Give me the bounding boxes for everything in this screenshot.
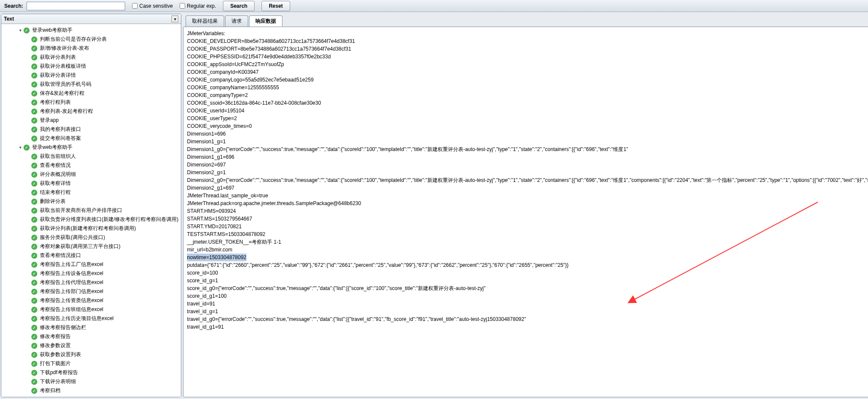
tree-item[interactable]: 考察报告上传班组信息excel bbox=[1, 305, 181, 314]
tree-item-label: 保存&发起考察行程 bbox=[39, 89, 85, 97]
tree-item[interactable]: 修改考察报告侧边栏 bbox=[1, 323, 181, 332]
tree-item[interactable]: ▾登录web考察助手 bbox=[1, 143, 181, 152]
tree-item[interactable]: 获取当前组织人 bbox=[1, 152, 181, 161]
tree-item[interactable]: 下载pdf考察报告 bbox=[1, 368, 181, 377]
tree-item[interactable]: 打包下载图片 bbox=[1, 359, 181, 368]
tree-item[interactable]: 我的考察列表接口 bbox=[1, 125, 181, 134]
tree-item[interactable]: 结束考察行程 bbox=[1, 188, 181, 197]
tree-item[interactable]: 修改参数设置 bbox=[1, 341, 181, 350]
response-line: COOKIE_DEVELOPER=8be5e734886a602713cc1a7… bbox=[187, 37, 868, 45]
tree-header-dropdown[interactable]: ▾ bbox=[171, 15, 178, 22]
response-line: COOKIE_companyId=K003947 bbox=[187, 68, 868, 76]
tree-item-label: 获取管理员的手机号码 bbox=[39, 80, 92, 88]
tree-item[interactable]: 获取参数设置列表 bbox=[1, 350, 181, 359]
tree-spacer bbox=[25, 370, 30, 375]
response-line: Dimension1_g1=696 bbox=[187, 153, 868, 161]
tab-sampler-result[interactable]: 取样器结果 bbox=[186, 15, 224, 27]
tree-item-label: 考察对象获取(调用第三方平台接口) bbox=[39, 242, 121, 251]
response-line: travel_id_g1=91 bbox=[187, 323, 868, 331]
reset-button[interactable]: Reset bbox=[261, 1, 290, 11]
tree-item[interactable]: 新增/修改评分表-发布 bbox=[1, 44, 181, 53]
tree-item[interactable]: 修改考察报告 bbox=[1, 332, 181, 341]
tree-item[interactable]: 获取评分表列表 bbox=[1, 53, 181, 62]
regex-checkbox[interactable] bbox=[180, 3, 185, 9]
response-line: Dimension2_g0={"errorCode":"","success":… bbox=[187, 176, 868, 184]
tree-item-label: 结束考察行程 bbox=[39, 188, 72, 196]
response-content[interactable]: JMeterVariables:COOKIE_DEVELOPER=8be5e73… bbox=[183, 27, 868, 397]
tree-item[interactable]: 判断当前公司是否存在评分表 bbox=[1, 35, 181, 44]
tab-response-data[interactable]: 响应数据 bbox=[249, 15, 282, 27]
tree-item[interactable]: 考察报告上传部门信息excel bbox=[1, 287, 181, 296]
tree-spacer bbox=[25, 208, 30, 213]
search-label: Search: bbox=[4, 3, 23, 9]
tree-item[interactable]: 查看考察情况 bbox=[1, 161, 181, 170]
tree-item-label: 考察行程列表 bbox=[39, 98, 72, 106]
tree-item[interactable]: 考察报告上传工厂信息excel bbox=[1, 260, 181, 269]
main-split: Text ▾ ▾登录web考察助手判断当前公司是否存在评分表新增/修改评分表-发… bbox=[0, 12, 868, 399]
tree-item-label: 获取评分表模板详情 bbox=[39, 62, 87, 70]
tree-item[interactable]: 考察报告上传历史项目信息excel bbox=[1, 314, 181, 323]
tree-item-label: 新增/修改评分表-发布 bbox=[39, 44, 90, 52]
tree-item-label: 获取评分表列表 bbox=[39, 53, 77, 61]
tree-spacer bbox=[25, 46, 30, 51]
response-line: Dimension2_g1=697 bbox=[187, 184, 868, 192]
regex-label: Regular exp. bbox=[187, 3, 216, 9]
tree-spacer bbox=[25, 172, 30, 177]
tree-item[interactable]: 考察对象获取(调用第三方平台接口) bbox=[1, 242, 181, 251]
success-icon bbox=[31, 361, 37, 367]
tree-spacer bbox=[25, 343, 30, 348]
tree-item-label: 打包下载图片 bbox=[39, 360, 72, 368]
success-icon bbox=[31, 298, 37, 304]
tree-item[interactable]: 考察报告详情 bbox=[1, 395, 181, 397]
tree-item[interactable]: 获取考察详情 bbox=[1, 179, 181, 188]
tree-item[interactable]: ▾登录web考察助手 bbox=[1, 26, 181, 35]
response-line: putdata={"671":{"id":"2660","percent":"2… bbox=[187, 261, 868, 269]
tree-item[interactable]: 获取评分表模板详情 bbox=[1, 62, 181, 71]
tree-item[interactable]: 获取评分列表(新建考察行程考察问卷调用) bbox=[1, 224, 181, 233]
tree-item-label: 获取负责评分维度列表接口(新建/修改考察行程考察问卷调用) bbox=[39, 215, 179, 224]
tree-item-label: 获取评分列表(新建考察行程考察问卷调用) bbox=[39, 224, 137, 233]
tree-item[interactable]: 考察行程列表 bbox=[1, 98, 181, 107]
tree-item[interactable]: 获取负责评分维度列表接口(新建/修改考察行程考察问卷调用) bbox=[1, 215, 181, 224]
response-line: Dimension2=697 bbox=[187, 161, 868, 169]
tree-item[interactable]: 获取评分表详情 bbox=[1, 71, 181, 80]
search-input[interactable] bbox=[27, 2, 125, 10]
search-button[interactable]: Search bbox=[223, 1, 255, 11]
tree-item-label: 考察列表-发起考察行程 bbox=[39, 107, 94, 115]
expand-toggle-icon[interactable]: ▾ bbox=[18, 145, 23, 150]
tree-item[interactable]: 服务分类获取(调用公共接口) bbox=[1, 233, 181, 242]
success-icon bbox=[31, 154, 37, 160]
success-icon bbox=[31, 181, 37, 187]
success-icon bbox=[31, 163, 37, 169]
tree-item[interactable]: 查看考察情况接口 bbox=[1, 251, 181, 260]
tree-spacer bbox=[25, 334, 30, 339]
expand-toggle-icon[interactable]: ▾ bbox=[18, 28, 23, 33]
tree-item[interactable]: 评分表概况明细 bbox=[1, 170, 181, 179]
tree-spacer bbox=[25, 379, 30, 384]
success-icon bbox=[31, 82, 37, 88]
tree-item[interactable]: 考察列表-发起考察行程 bbox=[1, 107, 181, 116]
response-line: travel_id=91 bbox=[187, 300, 868, 308]
tree-body[interactable]: ▾登录web考察助手判断当前公司是否存在评分表新增/修改评分表-发布获取评分表列… bbox=[1, 24, 181, 397]
tree-item-label: 考察报告上传班组信息excel bbox=[39, 305, 104, 314]
tree-item[interactable]: 提交考察问卷答案 bbox=[1, 134, 181, 143]
tree-item[interactable]: 考察报告上传资质信息excel bbox=[1, 296, 181, 305]
response-line: START.MS=1503279564667 bbox=[187, 215, 868, 223]
tree-item[interactable]: 考察归档 bbox=[1, 386, 181, 395]
success-icon bbox=[31, 397, 37, 397]
tree-item[interactable]: 考察报告上传代理信息excel bbox=[1, 278, 181, 287]
success-icon bbox=[31, 190, 37, 196]
case-sensitive-checkbox[interactable] bbox=[132, 3, 138, 9]
tree-item[interactable]: 删除评分表 bbox=[1, 197, 181, 206]
tree-item[interactable]: 获取当前开发商所有用户并排序接口 bbox=[1, 206, 181, 215]
tree-item[interactable]: 下载评分表明细 bbox=[1, 377, 181, 386]
tab-request[interactable]: 请求 bbox=[225, 15, 248, 27]
tree-item[interactable]: 登录app bbox=[1, 116, 181, 125]
response-line: mir_url=b2bmir.com bbox=[187, 246, 868, 254]
tree-spacer bbox=[25, 181, 30, 186]
success-icon bbox=[31, 388, 37, 394]
case-sensitive-label: Case sensitive bbox=[139, 3, 173, 9]
tree-item[interactable]: 考察报告上传设备信息excel bbox=[1, 269, 181, 278]
tree-item[interactable]: 获取管理员的手机号码 bbox=[1, 80, 181, 89]
tree-item[interactable]: 保存&发起考察行程 bbox=[1, 89, 181, 98]
